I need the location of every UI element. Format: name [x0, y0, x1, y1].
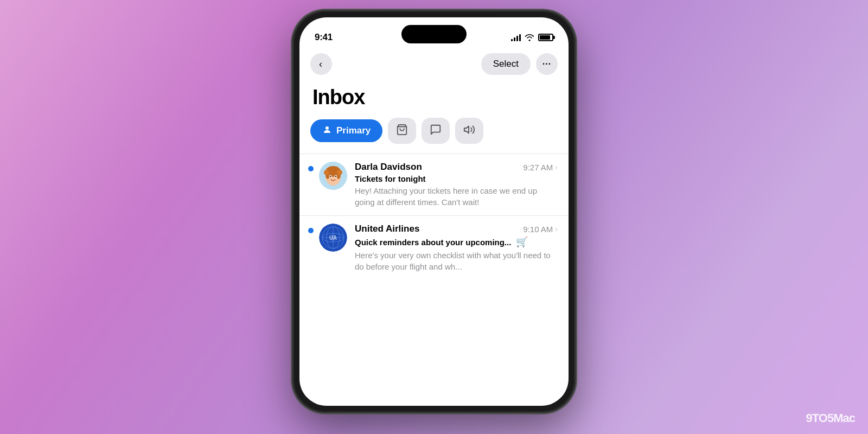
nav-right-actions: Select ···: [481, 53, 558, 75]
person-icon: [322, 125, 332, 137]
unread-indicator: [308, 228, 314, 233]
cart-badge-icon: 🛒: [516, 237, 528, 247]
email-subject: Tickets for tonight: [355, 174, 558, 183]
svg-point-11: [334, 167, 339, 171]
svg-point-9: [337, 170, 342, 175]
chevron-right-icon: ›: [555, 163, 558, 171]
sender-name: United Airlines: [355, 224, 419, 234]
tab-promotions[interactable]: [455, 118, 483, 144]
inbox-title: Inbox: [299, 80, 569, 118]
svg-point-0: [326, 126, 329, 130]
battery-icon: [538, 34, 553, 41]
sender-name: Darla Davidson: [355, 162, 422, 173]
svg-marker-2: [464, 126, 469, 133]
email-item-united[interactable]: UA United Airlines 9:10 AM › Quick r: [299, 215, 569, 280]
email-preview: Here's your very own checklist with what…: [355, 250, 558, 272]
svg-point-10: [328, 167, 332, 171]
back-button[interactable]: ‹: [310, 53, 332, 75]
status-time: 9:41: [315, 32, 333, 43]
email-list: Darla Davidson 9:27 AM › Tickets for ton…: [299, 154, 569, 280]
email-content-united: United Airlines 9:10 AM › Quick reminder…: [355, 224, 558, 272]
email-time: 9:27 AM: [523, 163, 553, 172]
email-preview: Hey! Attaching your tickets here in case…: [355, 185, 558, 208]
signal-bars-icon: [511, 34, 521, 41]
svg-point-15: [335, 176, 337, 177]
avatar-darla: [319, 162, 347, 190]
phone-screen: 9:41: [299, 17, 569, 406]
megaphone-icon: [463, 124, 475, 138]
email-content-darla: Darla Davidson 9:27 AM › Tickets for ton…: [355, 162, 558, 208]
tab-shopping[interactable]: [388, 118, 416, 144]
cart-icon: [396, 124, 408, 138]
category-tabs: Primary: [299, 118, 569, 154]
email-subject: Quick reminders about your upcoming... 🛒: [355, 236, 558, 248]
tab-social[interactable]: [422, 118, 450, 144]
unread-indicator: [308, 166, 314, 171]
status-icons: [511, 34, 553, 41]
email-time: 9:10 AM: [523, 225, 553, 234]
avatar-united: UA: [319, 224, 347, 252]
tab-primary-label: Primary: [336, 125, 371, 136]
phone-device: 9:41: [293, 11, 575, 412]
chat-icon: [430, 124, 442, 138]
select-button[interactable]: Select: [481, 53, 531, 75]
email-item-darla[interactable]: Darla Davidson 9:27 AM › Tickets for ton…: [299, 154, 569, 215]
dynamic-island: [401, 25, 467, 43]
wifi-icon: [525, 34, 534, 41]
nav-bar: ‹ Select ···: [299, 49, 569, 80]
watermark: 9TO5Mac: [806, 411, 855, 425]
tab-primary[interactable]: Primary: [310, 119, 382, 142]
svg-point-14: [330, 176, 331, 177]
chevron-right-icon: ›: [555, 225, 558, 233]
more-button[interactable]: ···: [536, 53, 558, 75]
svg-text:UA: UA: [329, 235, 337, 241]
